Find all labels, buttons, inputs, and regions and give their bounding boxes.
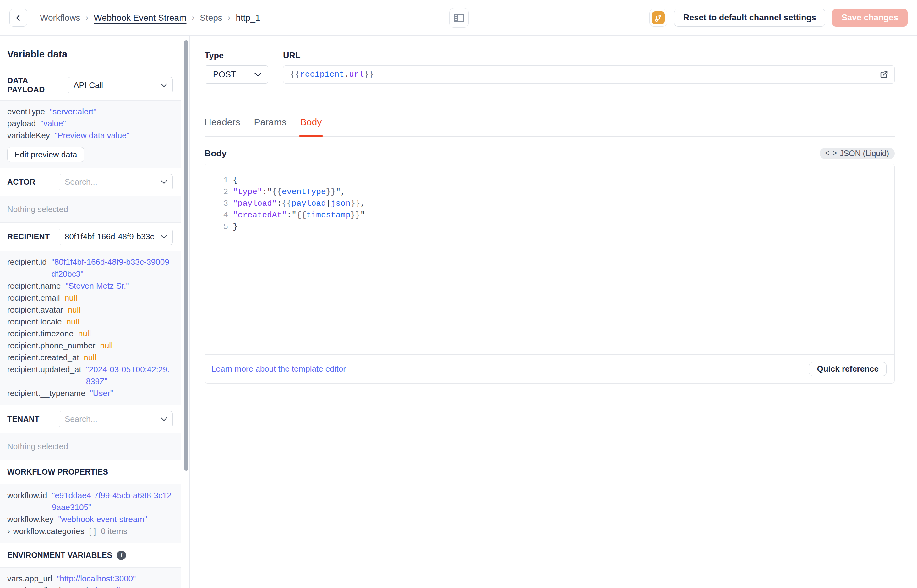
field-suffix: 0 items xyxy=(101,525,127,537)
sidebar-scrollbar-thumb[interactable] xyxy=(184,40,189,470)
recipient-select[interactable]: 80f1f4bf-166d-48f9-b33c xyxy=(59,229,173,245)
line-number: 5 xyxy=(205,221,228,233)
quick-reference-button[interactable]: Quick reference xyxy=(809,362,886,376)
field-value: "https://account-assets.knock.app/42d161… xyxy=(93,585,173,588)
code-token: eventType xyxy=(282,186,326,198)
line-number: 3 xyxy=(205,198,228,210)
learn-more-link[interactable]: Learn more about the template editor xyxy=(211,364,346,374)
breadcrumb-steps[interactable]: Steps xyxy=(200,13,223,23)
field-value: "http://localhost:3000" xyxy=(57,573,136,585)
commit-changes-button[interactable] xyxy=(649,9,667,27)
back-button[interactable] xyxy=(10,9,27,27)
request-editor-main: Type POST URL {{recipient.url}} xyxy=(190,36,917,588)
tab-headers[interactable]: Headers xyxy=(205,117,240,136)
chevron-down-icon xyxy=(160,83,168,87)
workflow-properties-label: WORKFLOW PROPERTIES xyxy=(7,467,108,477)
field-value: null xyxy=(65,292,77,304)
editor-footer: Learn more about the template editor Qui… xyxy=(205,354,894,383)
toggle-sidebar-button[interactable] xyxy=(449,8,469,27)
environment-variables-header: ENVIRONMENT VARIABLES i xyxy=(0,543,181,568)
code-token: : xyxy=(262,186,267,198)
chevron-down-icon xyxy=(160,180,168,184)
field-key: recipient.avatar xyxy=(7,304,63,316)
workflow-step-editor-page: Workflows › Webhook Event Stream › Steps… xyxy=(0,0,917,588)
recipient-label: RECIPIENT xyxy=(7,232,50,241)
code-token: }} xyxy=(350,198,360,210)
field-row: vars.app_url"http://localhost:3000" xyxy=(7,573,173,585)
field-value: "e91ddae4-7f99-45cb-a688-3c129aae3105" xyxy=(52,489,173,513)
code-token: }} xyxy=(350,210,360,221)
tenant-search-combobox[interactable]: Search... xyxy=(59,411,173,428)
code-line: 2"type": "{{eventType}}", xyxy=(205,186,894,198)
actor-search-combobox[interactable]: Search... xyxy=(59,174,173,191)
field-row: ›workflow.categories[ ]0 items xyxy=(7,525,173,537)
field-key: recipient.id xyxy=(7,256,47,268)
field-key: workflow.id xyxy=(7,489,47,501)
chevron-left-icon xyxy=(15,14,23,22)
chevron-down-icon xyxy=(160,417,168,421)
actor-empty-state: Nothing selected xyxy=(0,196,181,223)
breadcrumb-workflow-name-link[interactable]: Webhook Event Stream xyxy=(94,13,186,23)
field-value: "80f1f4bf-166d-48f9-b33c-39009df20bc3" xyxy=(52,256,173,280)
reset-channel-settings-button[interactable]: Reset to default channel settings xyxy=(674,9,825,27)
workflow-fields-section: workflow.id"e91ddae4-7f99-45cb-a688-3c12… xyxy=(0,485,181,543)
editor-language-label: JSON (Liquid) xyxy=(840,149,889,158)
field-key: vars.branding.logo_url xyxy=(7,585,88,588)
chevron-down-icon xyxy=(254,72,262,77)
recipient-fields-section: recipient.id"80f1f4bf-166d-48f9-b33c-390… xyxy=(0,251,181,405)
field-row: workflow.key"webhook-event-stream" xyxy=(7,513,173,525)
body-section-header: Body < > JSON (Liquid) xyxy=(205,148,895,159)
code-token: {{ xyxy=(282,198,292,210)
url-label: URL xyxy=(283,51,895,60)
sidebar-content: Variable data DATA PAYLOAD API Call even… xyxy=(0,36,181,588)
field-value: null xyxy=(78,328,91,339)
field-key: variableKey xyxy=(7,129,50,141)
code-editor[interactable]: 1{2"type": "{{eventType}}",3"payload": {… xyxy=(205,164,894,354)
body-section-label: Body xyxy=(205,149,226,158)
info-icon[interactable]: i xyxy=(116,551,126,560)
editor-language-badge[interactable]: < > JSON (Liquid) xyxy=(820,148,895,159)
request-controls-row: Type POST URL {{recipient.url}} xyxy=(205,51,917,84)
field-key: payload xyxy=(7,118,36,129)
external-link-icon[interactable] xyxy=(879,70,889,79)
breadcrumb-current-step: http_1 xyxy=(236,13,260,23)
save-changes-button[interactable]: Save changes xyxy=(832,9,907,27)
field-key: vars.app_url xyxy=(7,573,52,585)
tab-body[interactable]: Body xyxy=(300,117,322,136)
http-method-select[interactable]: POST xyxy=(205,65,268,84)
edit-preview-data-button[interactable]: Edit preview data xyxy=(7,147,84,162)
actor-row: ACTOR Search... xyxy=(0,168,181,196)
sidebar-title: Variable data xyxy=(0,36,181,70)
request-tabs: Headers Params Body xyxy=(205,117,895,137)
code-token: json xyxy=(331,198,350,210)
data-payload-label: DATA PAYLOAD xyxy=(7,76,68,94)
tab-params[interactable]: Params xyxy=(254,117,286,136)
code-token: recipient xyxy=(300,70,344,79)
breadcrumb-workflows[interactable]: Workflows xyxy=(40,13,81,23)
url-input[interactable]: {{recipient.url}} xyxy=(283,65,895,84)
field-row: eventType"server:alert" xyxy=(7,105,173,118)
field-value: null xyxy=(100,339,113,352)
field-row: variableKey"Preview data value" xyxy=(7,129,173,141)
code-token: : xyxy=(287,210,292,221)
http-method-value: POST xyxy=(213,70,236,79)
main-scroll-gutter xyxy=(913,36,913,588)
environment-variables-label: ENVIRONMENT VARIABLES xyxy=(7,551,112,560)
field-row: recipient.created_atnull xyxy=(7,352,173,363)
breadcrumb-separator: › xyxy=(86,13,89,23)
code-token: " xyxy=(336,186,341,198)
code-token: "payload" xyxy=(233,198,277,210)
code-token: , xyxy=(341,186,345,198)
field-row: recipient.__typename"User" xyxy=(7,387,173,399)
field-key: recipient.updated_at xyxy=(7,363,81,375)
code-line: 1{ xyxy=(205,174,894,186)
actor-search-placeholder: Search... xyxy=(65,177,97,187)
field-row: workflow.id"e91ddae4-7f99-45cb-a688-3c12… xyxy=(7,489,173,513)
expand-chevron-icon[interactable]: › xyxy=(7,525,10,537)
tenant-search-placeholder: Search... xyxy=(65,414,97,424)
field-key: workflow.categories xyxy=(13,525,84,537)
field-value: "Steven Metz Sr." xyxy=(66,280,129,292)
code-token: " xyxy=(360,210,365,221)
data-payload-select[interactable]: API Call xyxy=(68,77,173,93)
chevron-down-icon xyxy=(160,235,168,239)
